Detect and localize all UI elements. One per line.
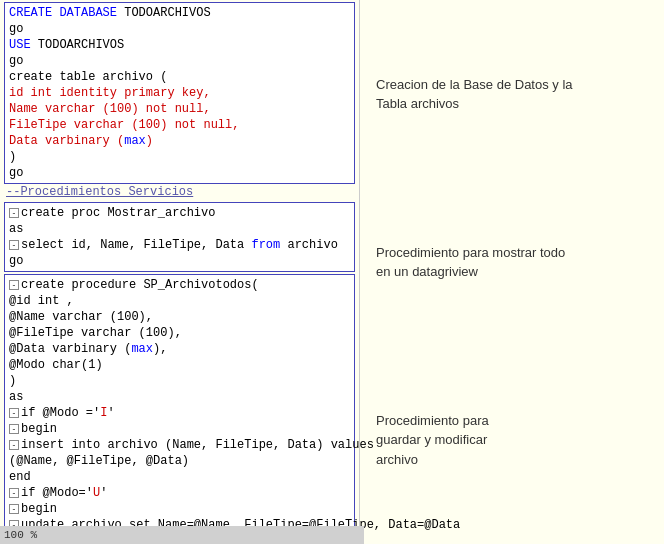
code-text: create proc Mostrar_archivo [21,205,215,221]
code-text: TODOARCHIVOS [38,37,124,53]
code-text: ), [153,341,167,357]
code-text: insert into archivo (Name, FileTipe, Dat… [21,437,374,453]
code-line: @Data varbinary (max), [9,341,350,357]
code-line: id int identity primary key, [9,85,350,101]
code-text: I [100,405,107,421]
code-text: ) [9,149,16,165]
code-line: @Modo char(1) [9,357,350,373]
code-text: if @Modo =' [21,405,100,421]
code-block-3: - create procedure SP_Archivotodos( @id … [4,274,355,536]
code-line: - begin [9,501,350,517]
code-panel: CREATE DATABASE TODOARCHIVOS go USE TODO… [0,0,360,544]
separator-text: --Procedimientos Servicios [6,185,193,199]
code-text: ' [107,405,114,421]
code-text: archivo [280,237,338,253]
code-line: go [9,53,350,69]
code-text: Data varbinary ( [9,133,124,149]
code-text: FileTipe varchar (100) not null, [9,117,239,133]
annotation-1-text: Creacion de la Base de Datos y laTabla a… [376,77,573,112]
code-text: @id int , [9,293,74,309]
code-text: (@Name, @FileTipe, @Data) [9,453,189,469]
code-line: @FileTipe varchar (100), [9,325,350,341]
code-line: as [9,389,350,405]
collapse-button[interactable]: - [9,440,19,450]
code-line: - if @Modo='U' [9,485,350,501]
bottom-bar: 100 % [0,526,364,544]
code-text: ) [9,373,16,389]
code-text: id int identity primary key, [9,85,211,101]
code-line: - if @Modo ='I' [9,405,350,421]
keyword: from [251,237,280,253]
code-text: if @Modo=' [21,485,93,501]
code-line: end [9,469,350,485]
code-line: @Name varchar (100), [9,309,350,325]
code-line: as [9,221,350,237]
collapse-button[interactable]: - [9,424,19,434]
code-line: @id int , [9,293,350,309]
annotation-3: Procedimiento paraguardar y modificararc… [376,411,646,470]
code-line: go [9,253,350,269]
code-text: begin [21,501,57,517]
code-line: - insert into archivo (Name, FileTipe, D… [9,437,350,453]
code-text: as [9,221,23,237]
code-line: CREATE DATABASE TODOARCHIVOS [9,5,350,21]
code-text: @Modo char(1) [9,357,103,373]
collapse-button[interactable]: - [9,504,19,514]
code-line: USE TODOARCHIVOS [9,37,350,53]
code-text: create table archivo ( [9,69,167,85]
code-line: - select id, Name, FileTipe, Data from a… [9,237,350,253]
annotations-panel: Creacion de la Base de Datos y laTabla a… [360,0,664,544]
code-text: TODOARCHIVOS [124,5,210,21]
code-text: go [9,53,23,69]
code-line: Data varbinary (max) [9,133,350,149]
code-line: ) [9,149,350,165]
code-text: go [9,165,23,181]
code-line: (@Name, @FileTipe, @Data) [9,453,350,469]
collapse-button[interactable]: - [9,208,19,218]
collapse-button[interactable]: - [9,240,19,250]
code-text: @Data varbinary ( [9,341,131,357]
code-text: U [93,485,100,501]
code-line: ) [9,373,350,389]
code-line: go [9,165,350,181]
code-text: go [9,253,23,269]
collapse-button[interactable]: - [9,280,19,290]
zoom-level: 100 % [4,529,37,541]
separator-line: --Procedimientos Servicios [0,184,359,200]
code-text: end [9,469,31,485]
code-block-2: - create proc Mostrar_archivo as - selec… [4,202,355,272]
code-text: select id, Name, FileTipe, Data [21,237,251,253]
annotation-2: Procedimiento para mostrar todoen un dat… [376,243,646,282]
collapse-button[interactable]: - [9,488,19,498]
code-text: Name varchar (100) not null, [9,101,211,117]
code-line: - create proc Mostrar_archivo [9,205,350,221]
keyword: USE [9,37,38,53]
code-text: ) [146,133,153,149]
keyword: CREATE DATABASE [9,5,124,21]
code-text: create procedure SP_Archivotodos( [21,277,259,293]
code-text: as [9,389,23,405]
code-text: ' [100,485,107,501]
annotation-2-text: Procedimiento para mostrar todoen un dat… [376,245,565,280]
keyword: max [131,341,153,357]
code-text: go [9,21,23,37]
code-block-1: CREATE DATABASE TODOARCHIVOS go USE TODO… [4,2,355,184]
code-text: @FileTipe varchar (100), [9,325,182,341]
keyword: max [124,133,146,149]
code-line: - create procedure SP_Archivotodos( [9,277,350,293]
annotation-1: Creacion de la Base de Datos y laTabla a… [376,75,646,114]
annotation-3-text: Procedimiento paraguardar y modificararc… [376,413,489,467]
main-container: CREATE DATABASE TODOARCHIVOS go USE TODO… [0,0,664,544]
code-line: go [9,21,350,37]
code-text: begin [21,421,57,437]
collapse-button[interactable]: - [9,408,19,418]
code-line: Name varchar (100) not null, [9,101,350,117]
code-line: FileTipe varchar (100) not null, [9,117,350,133]
code-text: @Name varchar (100), [9,309,153,325]
code-line: - begin [9,421,350,437]
code-line: create table archivo ( [9,69,350,85]
